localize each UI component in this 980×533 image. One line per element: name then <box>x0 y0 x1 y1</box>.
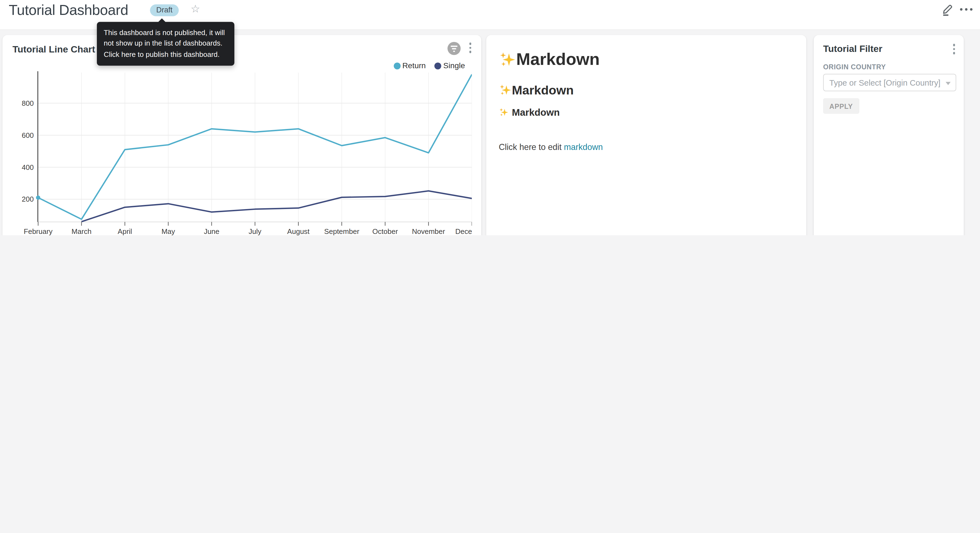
x-axis-label: September <box>324 227 360 235</box>
x-axis-label: February <box>24 227 52 235</box>
origin-country-select[interactable]: Type or Select [Origin Country] <box>823 74 956 91</box>
svg-text:600: 600 <box>22 131 34 139</box>
legend-dot-icon <box>434 62 441 69</box>
x-axis-label: December <box>455 227 472 235</box>
markdown-edit-link[interactable]: markdown <box>564 142 603 152</box>
sparkles-icon <box>499 84 512 97</box>
x-axis-label: July <box>249 227 261 235</box>
x-axis-label: June <box>204 227 219 235</box>
apply-button[interactable]: APPLY <box>823 98 859 114</box>
legend-label: Return <box>402 61 426 70</box>
favorite-star-icon[interactable]: ☆ <box>191 3 200 16</box>
line-chart: 200400600800FebruaryMarchAprilMayJuneJul… <box>3 70 472 235</box>
kebab-menu-icon[interactable] <box>468 41 473 54</box>
chart-title: Tutorial Line Chart <box>13 44 95 54</box>
page-title: Tutorial Dashboard <box>9 2 128 19</box>
markdown-h1: Markdown <box>499 50 796 69</box>
x-axis-label: October <box>372 227 398 235</box>
filter-title: Tutorial Filter <box>823 43 882 54</box>
chart-legend: ReturnSingle <box>394 61 465 70</box>
unpublished-tooltip: This dashboard is not published, it will… <box>97 22 234 65</box>
filter-indicator-icon[interactable] <box>447 42 461 55</box>
sparkles-icon <box>499 107 509 117</box>
x-axis-label: May <box>161 227 175 235</box>
origin-country-label: ORIGIN COUNTRY <box>823 63 886 71</box>
panel-markdown: Markdown Markdown Markdown Click here to… <box>486 35 806 235</box>
legend-label: Single <box>443 61 465 70</box>
x-axis-label: August <box>287 227 310 235</box>
header-ellipsis-menu-icon[interactable] <box>960 8 972 11</box>
svg-text:400: 400 <box>22 163 34 171</box>
legend-dot-icon <box>394 62 401 69</box>
sparkles-icon <box>499 51 516 69</box>
panel-tutorial-line-chart: Tutorial Line Chart ReturnSingle 2004006… <box>3 35 481 235</box>
x-axis-label: April <box>118 227 132 235</box>
svg-text:800: 800 <box>22 99 34 107</box>
dashboard-root: Tutorial Dashboard Draft ☆ This dashboar… <box>0 0 980 235</box>
data-point <box>36 196 40 199</box>
draft-badge[interactable]: Draft <box>150 5 178 16</box>
x-axis-label: November <box>412 227 445 235</box>
edit-pencil-icon[interactable] <box>940 3 955 16</box>
series-single <box>81 191 472 222</box>
legend-item[interactable]: Return <box>394 61 426 70</box>
markdown-caption: Click here to edit markdown <box>499 142 796 152</box>
chevron-down-icon <box>945 82 950 85</box>
markdown-h3: Markdown <box>499 107 796 118</box>
panel-tutorial-filter: Tutorial Filter ORIGIN COUNTRY Type or S… <box>814 35 964 235</box>
kebab-menu-icon[interactable] <box>951 43 956 55</box>
legend-item[interactable]: Single <box>434 61 465 70</box>
svg-text:200: 200 <box>22 195 34 203</box>
x-axis-label: March <box>72 227 91 235</box>
markdown-h2: Markdown <box>499 83 796 97</box>
